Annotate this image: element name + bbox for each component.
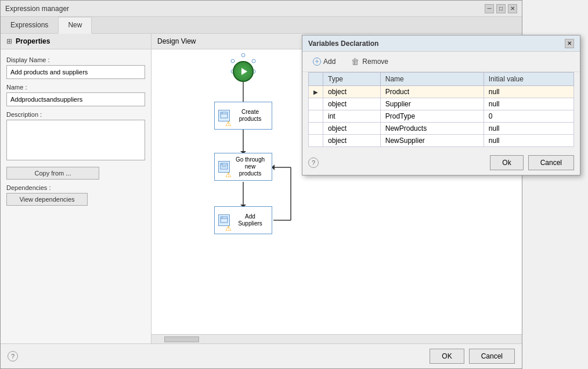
var-initial-2[interactable]: 0 xyxy=(484,110,573,123)
col-type: Type xyxy=(323,73,381,86)
variables-dialog: Variables Declaration ✕ + Add 🗑 Remove T… xyxy=(302,35,580,175)
properties-header: ⊞ Properties xyxy=(1,34,151,49)
ok-button-main[interactable]: OK xyxy=(430,349,464,364)
col-indicator xyxy=(309,73,323,86)
var-initial-4[interactable]: null xyxy=(484,135,573,147)
display-name-input[interactable] xyxy=(6,65,145,79)
left-panel: ⊞ Properties Display Name : Name : Descr… xyxy=(1,34,151,343)
table-row[interactable]: object NewSupplier null xyxy=(309,135,574,147)
svg-rect-15 xyxy=(221,112,228,118)
go-through-label: Go throughnewproducts xyxy=(232,156,268,177)
variables-table-container: Type Name Initial value ▶ object Product… xyxy=(302,72,580,147)
var-type-3[interactable]: object xyxy=(323,123,381,135)
row-indicator-1 xyxy=(309,98,323,110)
title-bar-controls: ─ □ ✕ xyxy=(485,4,517,13)
cancel-button-dialog[interactable]: Cancel xyxy=(528,155,574,170)
tab-bar: Expressions New xyxy=(1,17,522,34)
svg-rect-22 xyxy=(221,217,228,223)
svg-rect-18 xyxy=(221,163,228,169)
row-indicator-3 xyxy=(309,123,323,135)
dependencies-section: Dependencies : View dependencies xyxy=(6,184,145,206)
workflow-start-node[interactable] xyxy=(233,61,254,82)
window-title: Expression manager xyxy=(5,5,69,13)
svg-point-10 xyxy=(231,59,235,63)
tab-new[interactable]: New xyxy=(58,17,92,34)
minimize-button[interactable]: ─ xyxy=(485,4,494,13)
dialog-buttons: Ok Cancel xyxy=(490,155,574,170)
row-indicator-4 xyxy=(309,135,323,147)
table-row[interactable]: int ProdType 0 xyxy=(309,110,574,123)
warning-icon-add-suppliers: ⚠ xyxy=(225,224,232,232)
var-name-2[interactable]: ProdType xyxy=(380,110,484,123)
add-icon: + xyxy=(313,58,321,66)
horizontal-scrollbar[interactable] xyxy=(151,334,522,343)
workflow-node-go-through[interactable]: Go throughnewproducts ⚠ xyxy=(214,153,272,181)
tab-expressions[interactable]: Expressions xyxy=(1,17,58,33)
ok-button-dialog[interactable]: Ok xyxy=(490,155,523,170)
var-type-4[interactable]: object xyxy=(323,135,381,147)
h-scroll-thumb[interactable] xyxy=(164,336,199,342)
help-icon-main[interactable]: ? xyxy=(8,351,18,361)
add-suppliers-label: AddSuppliers xyxy=(232,213,268,227)
title-bar: Expression manager ─ □ ✕ xyxy=(1,1,522,17)
svg-point-11 xyxy=(241,53,245,57)
dialog-title-bar: Variables Declaration ✕ xyxy=(302,35,580,52)
table-row[interactable]: ▶ object Product null xyxy=(309,86,574,98)
name-field: Name : xyxy=(6,84,145,106)
properties-title: Properties xyxy=(16,37,50,45)
workflow-node-create-products[interactable]: Createproducts ⚠ xyxy=(214,102,272,130)
var-name-3[interactable]: NewProducts xyxy=(380,123,484,135)
dialog-footer: ? Ok Cancel xyxy=(302,151,580,175)
var-name-1[interactable]: Supplier xyxy=(380,98,484,110)
dependencies-label: Dependencies : xyxy=(6,184,145,191)
remove-icon: 🗑 xyxy=(351,57,360,66)
display-name-field: Display Name : xyxy=(6,56,145,79)
var-type-0[interactable]: object xyxy=(323,86,381,98)
description-label: Description : xyxy=(6,111,145,118)
table-row[interactable]: object NewProducts null xyxy=(309,123,574,135)
bottom-bar: ? OK Cancel xyxy=(1,343,522,368)
var-name-0[interactable]: Product xyxy=(380,86,484,98)
dialog-toolbar: + Add 🗑 Remove xyxy=(302,52,580,72)
name-label: Name : xyxy=(6,84,145,91)
cancel-button-main[interactable]: Cancel xyxy=(469,349,515,364)
row-indicator-2 xyxy=(309,110,323,123)
dialog-title: Variables Declaration xyxy=(308,40,378,48)
description-field: Description : xyxy=(6,111,145,162)
copy-from-button[interactable]: Copy from ... xyxy=(6,167,99,180)
bottom-buttons: OK Cancel xyxy=(430,349,515,364)
view-dependencies-button[interactable]: View dependencies xyxy=(6,193,88,206)
warning-icon-go-through: ⚠ xyxy=(225,171,232,179)
close-button[interactable]: ✕ xyxy=(508,4,517,13)
var-initial-1[interactable]: null xyxy=(484,98,573,110)
description-textarea[interactable] xyxy=(6,120,145,160)
properties-content: Display Name : Name : Description : Copy… xyxy=(1,49,151,343)
display-name-label: Display Name : xyxy=(6,56,145,63)
variables-table: Type Name Initial value ▶ object Product… xyxy=(308,72,574,147)
var-type-1[interactable]: object xyxy=(323,98,381,110)
row-selected-indicator: ▶ xyxy=(309,86,323,98)
properties-icon: ⊞ xyxy=(6,37,12,45)
maximize-button[interactable]: □ xyxy=(496,4,506,13)
var-type-2[interactable]: int xyxy=(323,110,381,123)
dialog-close-button[interactable]: ✕ xyxy=(565,39,574,48)
table-row[interactable]: object Supplier null xyxy=(309,98,574,110)
col-name: Name xyxy=(380,73,484,86)
remove-variable-button[interactable]: 🗑 Remove xyxy=(346,55,393,68)
name-input[interactable] xyxy=(6,92,145,106)
svg-point-12 xyxy=(252,59,255,63)
var-initial-0[interactable]: null xyxy=(484,86,573,98)
workflow-node-add-suppliers[interactable]: AddSuppliers ⚠ xyxy=(214,206,272,234)
add-variable-button[interactable]: + Add xyxy=(308,56,340,67)
create-products-label: Createproducts xyxy=(232,109,268,123)
var-name-4[interactable]: NewSupplier xyxy=(380,135,484,147)
col-initial-value: Initial value xyxy=(484,73,573,86)
var-initial-3[interactable]: null xyxy=(484,123,573,135)
help-icon-dialog[interactable]: ? xyxy=(308,157,319,168)
warning-icon-create: ⚠ xyxy=(225,120,232,128)
